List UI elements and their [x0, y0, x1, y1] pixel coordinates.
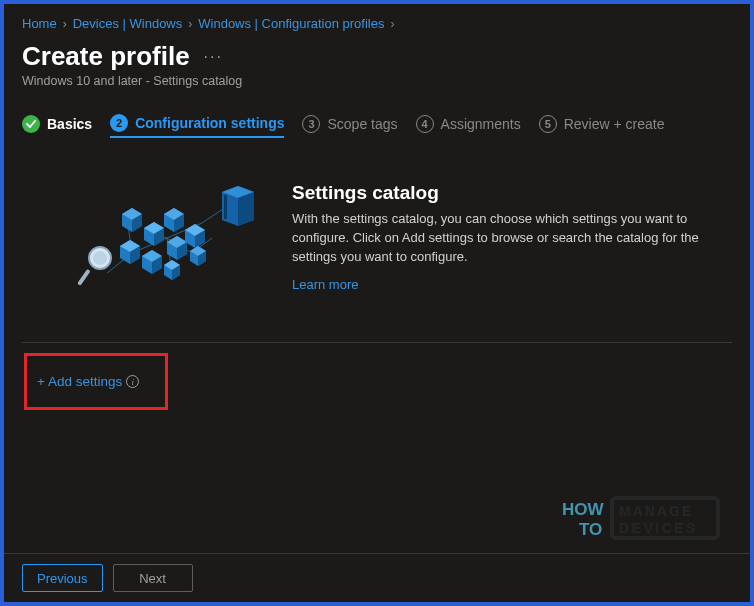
check-icon — [22, 115, 40, 133]
chevron-right-icon: › — [63, 17, 67, 31]
page-subtitle: Windows 10 and later - Settings catalog — [22, 74, 732, 88]
breadcrumb-home[interactable]: Home — [22, 16, 57, 31]
step-assignments[interactable]: 4 Assignments — [416, 115, 521, 137]
step-number: 4 — [416, 115, 434, 133]
step-label: Basics — [47, 116, 92, 132]
svg-rect-11 — [77, 269, 91, 286]
learn-more-link[interactable]: Learn more — [292, 277, 358, 292]
more-icon[interactable]: ··· — [204, 48, 223, 66]
step-number: 2 — [110, 114, 128, 132]
page-title: Create profile — [22, 41, 190, 72]
add-settings-label: + Add settings — [37, 374, 122, 389]
svg-text:MANAGE: MANAGE — [619, 503, 693, 519]
chevron-right-icon: › — [188, 17, 192, 31]
svg-point-10 — [93, 251, 107, 265]
svg-text:TO: TO — [579, 520, 602, 539]
catalog-description: With the settings catalog, you can choos… — [292, 210, 712, 267]
svg-text:DEVICES: DEVICES — [619, 520, 698, 536]
wizard-steps: Basics 2 Configuration settings 3 Scope … — [22, 114, 732, 138]
footer-actions: Previous Next — [4, 553, 750, 602]
step-label: Configuration settings — [135, 115, 284, 131]
step-configuration-settings[interactable]: 2 Configuration settings — [110, 114, 284, 138]
step-basics[interactable]: Basics — [22, 115, 92, 137]
step-label: Scope tags — [327, 116, 397, 132]
info-icon[interactable]: i — [126, 375, 139, 388]
step-review-create[interactable]: 5 Review + create — [539, 115, 665, 137]
chevron-right-icon: › — [390, 17, 394, 31]
step-number: 3 — [302, 115, 320, 133]
step-number: 5 — [539, 115, 557, 133]
catalog-title: Settings catalog — [292, 182, 712, 204]
add-settings-link[interactable]: + Add settings — [37, 374, 122, 389]
svg-text:HOW: HOW — [562, 500, 605, 519]
magnify-icon — [77, 247, 111, 286]
step-label: Review + create — [564, 116, 665, 132]
breadcrumb: Home › Devices | Windows › Windows | Con… — [22, 16, 732, 31]
step-label: Assignments — [441, 116, 521, 132]
previous-button[interactable]: Previous — [22, 564, 103, 592]
breadcrumb-configuration-profiles[interactable]: Windows | Configuration profiles — [198, 16, 384, 31]
breadcrumb-devices-windows[interactable]: Devices | Windows — [73, 16, 183, 31]
svg-marker-41 — [238, 192, 254, 226]
svg-rect-42 — [224, 195, 227, 219]
catalog-illustration — [72, 178, 262, 308]
step-scope-tags[interactable]: 3 Scope tags — [302, 115, 397, 137]
next-button[interactable]: Next — [113, 564, 193, 592]
watermark-logo: HOW TO MANAGE DEVICES — [562, 495, 722, 547]
add-settings-highlight: + Add settings i — [24, 353, 168, 410]
